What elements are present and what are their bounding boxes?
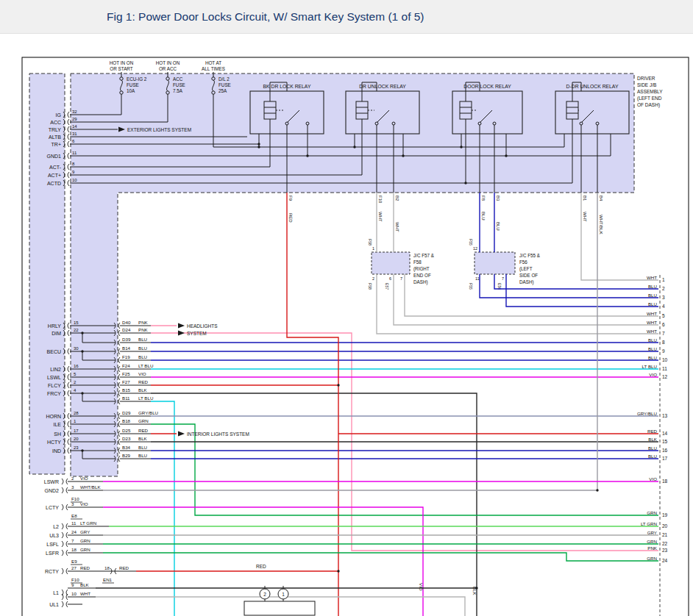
wire-color-label: LT BLU (642, 364, 657, 369)
jb-pin-label: ACC (50, 120, 61, 125)
wiring-diagram: BK DR LOCK RELAYDR UNLOCK RELAYDOOR LOCK… (0, 0, 693, 616)
junction-dot (353, 146, 355, 148)
figure-title-bar: Fig 1: Power Door Locks Circuit, W/ Smar… (0, 0, 693, 34)
wire-color-label: BLU (481, 212, 486, 221)
jc-caption: (LEFT (519, 266, 533, 272)
jc-pin-number: 6 (389, 276, 391, 281)
jb-pin-label: BECU (47, 349, 61, 354)
wire-color-label: RED (288, 213, 293, 223)
figure-title: Fig 1: Power Door Locks Circuit, W/ Smar… (107, 0, 424, 33)
wire-color-label: BLU (648, 355, 657, 360)
jb-pin-label: LSWL (47, 375, 61, 380)
jc-caption: J/C F57 & (413, 253, 435, 258)
right-pin-number: 1 (662, 277, 665, 282)
jc-pin-number: 1 (372, 246, 374, 251)
wire-code: D23 (122, 436, 131, 441)
junction-dot (306, 154, 308, 157)
connector-pin-label: LSFL (46, 542, 59, 547)
connector-id: B2 (395, 196, 399, 201)
jb-pin-number: 30 (74, 346, 79, 351)
jc-connector-id: E57 (385, 283, 389, 290)
jc-connector-id: F58 (368, 239, 372, 246)
jc-pin-number: 11 (475, 276, 480, 281)
jb-pin-label: SH (54, 431, 61, 437)
jb-pin-label: ACT- (49, 165, 62, 170)
jb-pin-label: HORN (46, 414, 61, 419)
wire-code: F27 (122, 379, 130, 384)
wire-code: B15 (122, 387, 131, 393)
pin-number: 9 (71, 582, 74, 587)
connector-pin-label: LSFR (46, 551, 59, 556)
wire-code: D24 (122, 327, 131, 332)
jb-caption: (LEFT END (637, 96, 662, 101)
system-link-label: EXTERIOR LIGHTS SYSTEM (127, 127, 191, 132)
wire-color-label: GRN (647, 539, 657, 544)
jb-caption: OF DASH) (637, 102, 660, 108)
jb-pin-number: 28 (74, 411, 79, 415)
fuse-kind: FUSE (173, 82, 185, 87)
wire-color-label: BLU (648, 284, 657, 289)
inline-connector-id: F10 (71, 577, 79, 582)
wire-color-label: VIO (80, 476, 88, 481)
junction-dot (402, 154, 404, 157)
wire-color-label: GRN (80, 538, 90, 543)
wire-color-label: RED (138, 428, 149, 433)
jb-pin-label: ACTD (47, 181, 61, 186)
wire-color-label: GRN (80, 547, 90, 552)
right-pin-number: 12 (662, 374, 668, 379)
connector-id: B1 (583, 196, 587, 201)
wire-color-label: VIO (649, 372, 657, 377)
junction-dot (596, 489, 598, 491)
wire-color-label: WHT (378, 212, 383, 222)
junction-dot (81, 449, 83, 451)
fuse-kind: FUSE (127, 82, 139, 87)
jb-pin-label: ALTB (49, 135, 61, 140)
fuse-rating: 25A (218, 88, 227, 93)
jb-pin-label: HRLY (48, 323, 61, 329)
wire-color-label: LT GRN (80, 520, 96, 526)
wire-color-label: BLU (138, 345, 147, 351)
wire-code: F19 (122, 354, 130, 359)
inline-connector-id: E9 (71, 559, 77, 564)
connector-pin-label: L1 (53, 590, 59, 595)
power-source-label: ALL TIMES (202, 66, 225, 71)
right-pin-number: 8 (662, 340, 665, 345)
right-pin-number: 13 (662, 413, 668, 418)
right-pin-number: 4 (662, 304, 665, 309)
jb-caption: SIDE J/B (637, 82, 656, 87)
wire-code: B11 (122, 395, 130, 401)
wire-color-label: RED (256, 564, 266, 569)
jc-caption: F56 (519, 259, 527, 265)
jb-pin-number: 15 (74, 320, 79, 325)
fuse-kind: FUSE (218, 82, 231, 87)
right-pin-number: 24 (662, 558, 668, 563)
jb-pin-number: 32 (72, 110, 77, 114)
jc-pin-number: 7 (502, 276, 504, 281)
junction-connector-box (372, 252, 410, 274)
wire-color-label: GRY/BLU (138, 410, 158, 415)
junction-dot (257, 143, 260, 145)
junction-dot (337, 384, 339, 386)
wire-color-label: WHT (395, 222, 399, 232)
figure-page: Fig 1: Power Door Locks Circuit, W/ Smar… (0, 0, 693, 616)
wire-color-label: BLU (648, 301, 657, 307)
junction-dot (337, 570, 339, 572)
pin-number: 2 (71, 476, 74, 481)
wire-color-label: LT GRN (641, 521, 657, 526)
jb-pin-label: IND (52, 448, 61, 454)
junction-dot (505, 154, 507, 157)
right-pin-number: 3 (662, 295, 665, 300)
wire-color-label: PNK (647, 545, 658, 551)
jc-connector-id: F58 (368, 283, 372, 290)
wire-code: B29 (122, 453, 131, 458)
pin-number: 18 (71, 547, 77, 552)
wire-code: B18 (122, 418, 131, 423)
connector-pin-label: UL1 (49, 602, 59, 607)
jc-caption: DASH) (519, 279, 534, 285)
jc-pin-number: 12 (473, 246, 477, 251)
wire-color-label: GRY (80, 529, 90, 534)
jc-caption: DASH) (413, 279, 428, 285)
relay-title: DOOR LOCK RELAY (463, 84, 511, 89)
wire-color-label: BLK (138, 436, 148, 441)
wire-code: F25 (122, 371, 130, 376)
